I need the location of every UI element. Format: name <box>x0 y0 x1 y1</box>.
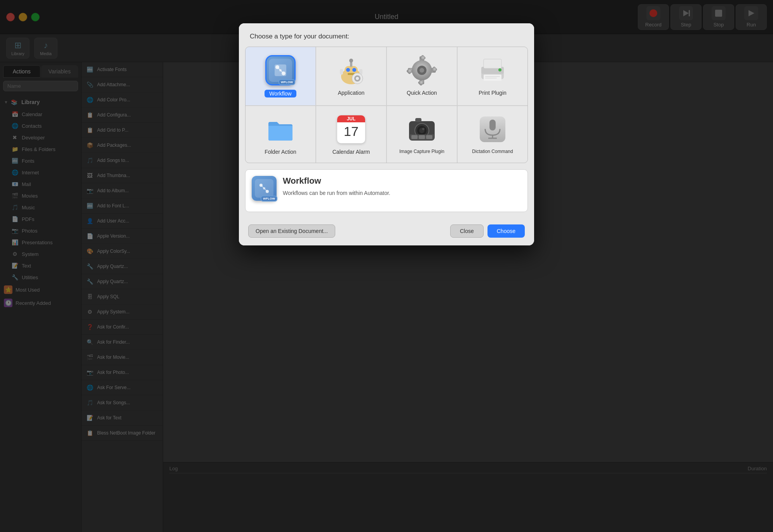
svg-point-33 <box>420 68 424 73</box>
desc-content: Workflow Workflows can be run from withi… <box>283 176 390 197</box>
type-label: Quick Action <box>407 90 437 96</box>
open-existing-button[interactable]: Open an Existing Document... <box>248 224 335 238</box>
svg-rect-48 <box>419 135 425 139</box>
print-plugin-icon <box>477 55 508 86</box>
document-type-modal: Choose a type for your document: <box>239 23 534 245</box>
desc-title: Workflow <box>283 176 390 186</box>
type-workflow[interactable]: WFLOW Workflow <box>245 47 315 105</box>
modal-title: Choose a type for your document: <box>250 33 349 40</box>
type-label: Dictation Command <box>472 149 513 154</box>
calendar-alarm-icon: JUL 17 <box>336 114 367 145</box>
type-folder-action[interactable]: Folder Action <box>245 106 315 163</box>
type-print-plugin[interactable]: Print Plugin <box>458 47 528 105</box>
image-capture-icon <box>406 114 437 145</box>
svg-rect-50 <box>415 118 421 122</box>
type-label: Print Plugin <box>479 90 507 96</box>
type-dictation[interactable]: Dictation Command <box>458 106 528 163</box>
type-grid: WFLOW Workflow <box>245 47 528 163</box>
workflow-icon: WFLOW <box>265 55 296 86</box>
type-quick-action[interactable]: Quick Action <box>387 47 457 105</box>
quick-action-icon <box>406 55 437 86</box>
svg-rect-52 <box>489 120 496 130</box>
svg-point-45 <box>422 128 425 130</box>
type-label: Folder Action <box>265 149 296 155</box>
type-label: Image Capture Plugin <box>399 149 444 154</box>
svg-rect-47 <box>411 135 418 139</box>
svg-point-13 <box>346 68 350 72</box>
svg-point-40 <box>498 68 501 71</box>
type-label: Workflow <box>265 90 296 97</box>
close-button[interactable]: Close <box>450 224 484 238</box>
choose-button[interactable]: Choose <box>487 224 525 238</box>
svg-rect-36 <box>484 59 501 68</box>
modal-footer: Open an Existing Document... Close Choos… <box>239 218 534 245</box>
dictation-icon <box>477 114 508 145</box>
type-calendar-alarm[interactable]: JUL 17 Calendar Alarm <box>316 106 386 163</box>
svg-point-14 <box>352 68 356 72</box>
desc-icon: WFLOW <box>252 176 277 201</box>
svg-rect-38 <box>485 76 500 77</box>
svg-line-58 <box>261 185 264 188</box>
svg-rect-39 <box>485 78 497 78</box>
modal-footer-right: Close Choose <box>450 224 525 238</box>
desc-text: Workflows can be run from within Automat… <box>283 189 390 197</box>
modal-overlay: Choose a type for your document: <box>0 0 773 532</box>
svg-point-22 <box>356 77 359 80</box>
type-image-capture[interactable]: Image Capture Plugin <box>387 106 457 163</box>
svg-line-59 <box>264 188 267 191</box>
folder-action-icon <box>265 114 296 145</box>
svg-rect-49 <box>426 135 432 139</box>
svg-point-17 <box>349 59 353 63</box>
modal-header: Choose a type for your document: <box>239 23 534 47</box>
type-application[interactable]: Application <box>316 47 386 105</box>
modal-description: WFLOW Workflow Workflows can be run from… <box>245 169 528 212</box>
application-icon <box>336 55 367 86</box>
type-label: Application <box>338 90 365 96</box>
type-label: Calendar Alarm <box>333 149 370 155</box>
svg-rect-18 <box>340 69 343 75</box>
